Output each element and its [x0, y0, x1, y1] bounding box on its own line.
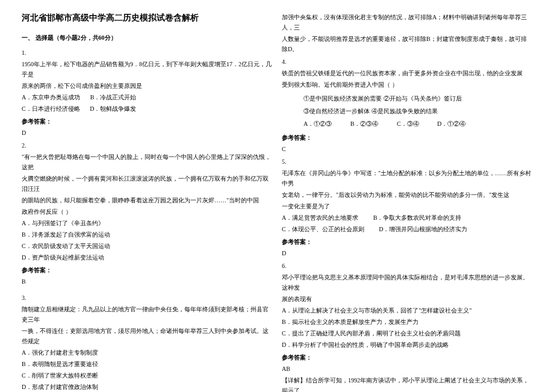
q4-opt-d: D．①②④	[437, 119, 465, 129]
q5-stem: 女老幼，一律平分。"后改以劳动力为标准，能劳动的比不能劳动的多分一倍。"发生这	[282, 190, 532, 200]
q3-explain-cont: 加强中央集权，没有体现强化君主专制的情况，故可排除A；材料中明确讲到诸州每年举荐…	[282, 12, 532, 33]
q6-opt-d: D．科学分析了中国社会的性质，明确了中国革命两步走的战略	[282, 340, 532, 350]
q5-answer-label: 参考答案：	[282, 237, 532, 247]
q2-answer-label: 参考答案：	[22, 265, 272, 275]
q1-answer-label: 参考答案：	[22, 116, 272, 126]
q4-stem: 受到很大影响。近代前期外资进入中国（ ）	[282, 79, 532, 90]
q5-opt-d: D．增强井冈山根据地的经济实力	[379, 224, 467, 234]
q6-opt-c: C．提出了正确处理人民内部矛盾，阐明了社会主义社会的矛盾问题	[282, 328, 532, 338]
q2-stem: 政府作何反应（ ）	[22, 207, 272, 217]
q6-stem: 邓小平理论把马克思主义基本原理同中国的具体实际相结合，是对毛泽东思想的进一步发展…	[282, 272, 532, 293]
q4-opt-a: A．①②③	[303, 119, 332, 129]
q3-opt-b: B．表明隋朝是选才重要途径	[22, 359, 272, 369]
q3-explain-cont: 人数量少，不能说明推荐是选才的重要途径，故可排除B；封建官僚制度形成于秦朝，故可…	[282, 34, 532, 54]
q4-num: 4.	[282, 57, 532, 67]
q2-stem: "有一把火曾把耻辱烙在每一个中国人的脸上，同时在每一个中国人的心里烙上了深深的仇…	[22, 152, 272, 172]
q4-answer: C	[282, 144, 532, 154]
q5-stem: 一变化主要是为了	[282, 201, 532, 211]
q2-opt-a: A．与列强签订了《辛丑条约》	[22, 218, 272, 228]
q3-stem: 一换，不得连任；吏部选用地方官，须尽用外地人；命诸州每年举荐三人到中央参加考试。…	[22, 326, 272, 346]
q4-items: ①是中国民族经济发展的需要 ②开始与《马关条约》签订后 ③使自然经济进一步解体 …	[282, 93, 532, 129]
left-column: 河北省邯郸市高级中学高二历史模拟试卷含解析 一、 选择题（每小题2分，共60分）…	[17, 11, 277, 381]
q5-options-row1: A．满足贫苦农民的土地要求 B．争取大多数农民对革命的支持	[282, 213, 532, 223]
q4-item: ③使自然经济进一步解体 ④是民族战争失败的结果	[303, 106, 532, 116]
q2-num: 2.	[22, 140, 272, 151]
q5-num: 5.	[282, 157, 532, 167]
q2-opt-b: B．洋务派发起了自强求富的运动	[22, 229, 272, 240]
q3-opt-d: D．形成了封建官僚政治体制	[22, 382, 272, 392]
q5-stem: 毛泽东在《井冈山的斗争》中写道："土地分配的标准：以乡为分配土地的单位，……所有…	[282, 168, 532, 188]
q1-answer: D	[22, 128, 272, 138]
q6-answer: AB	[282, 364, 532, 374]
q5-opt-a: A．满足贫苦农民的土地要求	[282, 213, 358, 223]
q3-num: 3.	[22, 293, 272, 303]
q1-stem: 原来的两倍，松下公司成倍盈利的主要原因是	[22, 81, 272, 91]
q1-options-row1: A．东京申办奥运成功 B．冷战正式开始	[22, 92, 272, 102]
q1-stem: 1950年上半年，松下电器的产品销售额为9．8亿日元，到下半年则大幅度增至17．…	[22, 59, 272, 79]
q5-options-row2: C．体现公平、公正的社会原则 D．增强井冈山根据地的经济实力	[282, 224, 532, 234]
q4-options: A．①②③ B．②③④ C．③④ D．①②④	[303, 119, 532, 129]
q5-answer: D	[282, 248, 532, 258]
q1-opt-a: A．东京申办奥运成功	[22, 92, 80, 102]
q6-num: 6.	[282, 261, 532, 271]
q6-opt-b: B．揭示社会主义的本质是解放生产力，发展生产力	[282, 317, 532, 327]
q6-stem: 展的表现有	[282, 294, 532, 304]
right-column: 加强中央集权，没有体现强化君主专制的情况，故可排除A；材料中明确讲到诸州每年举荐…	[277, 11, 537, 381]
q6-explain: 【详解】结合所学可知，1992年南方谈话中，邓小平从理论上阐述了社会主义与市场的…	[282, 375, 532, 392]
q6-opt-a: A．从理论上解决了社会主义与市场的关系，回答了"怎样建设社会主义"	[282, 305, 532, 316]
q4-opt-b: B．②③④	[350, 119, 379, 129]
q1-options-row2: C．日本进行经济侵略 D．朝鲜战争爆发	[22, 104, 272, 114]
q3-opt-c: C．削弱了世家大族特权垄断	[22, 370, 272, 381]
q1-num: 1.	[22, 48, 272, 58]
section-heading: 一、 选择题（每小题2分，共60分）	[22, 33, 272, 43]
q6-answer-label: 参考答案：	[282, 352, 532, 362]
q3-opt-a: A．强化了封建君主专制制度	[22, 347, 272, 358]
q5-opt-b: B．争取大多数农民对革命的支持	[373, 213, 462, 223]
q4-answer-label: 参考答案：	[282, 132, 532, 143]
q5-opt-c: C．体现公平、公正的社会原则	[282, 224, 364, 234]
q2-stem: 火腾空燃烧的时候，一个拥有黄河和长江滚滚波涛的民族，一个拥有亿万双有力的手和亿万…	[22, 173, 272, 194]
q4-opt-c: C．③④	[397, 119, 419, 129]
q1-opt-b: B．冷战正式开始	[90, 92, 137, 102]
q4-item: ①是中国民族经济发展的需要 ②开始与《马关条约》签订后	[303, 93, 532, 104]
q4-stem: 铁蛋的曾祖父铁锤是近代的一位民族资本家，由于更多外资企业在中国出现，他的企业发展	[282, 68, 532, 78]
doc-title: 河北省邯郸市高级中学高二历史模拟试卷含解析	[22, 11, 272, 25]
q2-stem: 的眼睛的民族，却只能握着空拳，眼睁睁看着这座万园之园化为一片灰烬……"当时的中国	[22, 195, 272, 205]
q3-stem: 隋朝建立后相继规定：凡九品以上的地方官一律由中央任免，每年年终须到吏部考核；州县…	[22, 304, 272, 325]
q2-answer: B	[22, 276, 272, 287]
q1-opt-c: C．日本进行经济侵略	[22, 104, 80, 114]
q2-opt-c: C．农民阶级发动了太平天国运动	[22, 241, 272, 251]
q2-opt-d: D．资产阶级兴起维新变法运动	[22, 252, 272, 263]
q1-opt-d: D．朝鲜战争爆发	[90, 104, 136, 114]
